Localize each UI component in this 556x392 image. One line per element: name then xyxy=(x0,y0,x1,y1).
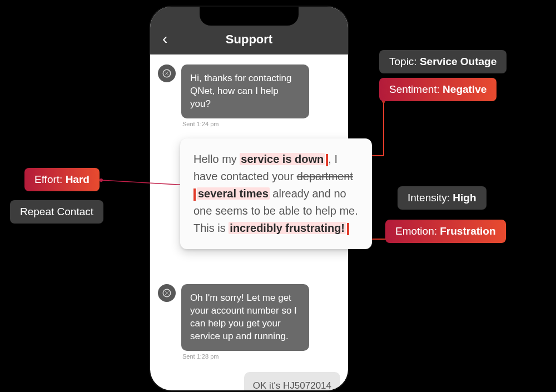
tag-label: Intensity: xyxy=(408,192,453,204)
agent-message-row: Oh I'm sorry! Let me get your account nu… xyxy=(158,284,340,351)
agent-avatar-icon xyxy=(158,284,176,302)
tag-sentiment: Sentiment: Negative xyxy=(379,78,497,101)
back-icon[interactable]: ‹ xyxy=(162,31,167,47)
struck-text: department xyxy=(297,170,353,182)
highlight-service-down: service is down xyxy=(240,153,325,165)
tag-label: Sentiment: xyxy=(389,83,443,95)
tag-intensity: Intensity: High xyxy=(398,186,487,210)
tag-label: Repeat Contact xyxy=(20,206,93,217)
message-timestamp: Sent 1:24 pm xyxy=(182,121,340,127)
user-message-bubble: OK it's HJ5072014 xyxy=(244,372,340,390)
highlight-marker-icon xyxy=(347,223,349,235)
tag-emotion: Emotion: Frustration xyxy=(385,220,506,243)
phone-notch xyxy=(200,7,299,26)
tag-topic: Topic: Service Outage xyxy=(379,50,507,73)
tag-value: Frustration xyxy=(440,225,495,237)
svg-point-3 xyxy=(100,178,103,182)
message-timestamp: Sent 1:28 pm xyxy=(182,353,340,360)
tag-value: Service Outage xyxy=(420,56,497,67)
tag-value: Negative xyxy=(443,83,487,95)
tag-value: High xyxy=(453,192,476,204)
agent-avatar-icon xyxy=(158,64,176,82)
highlighted-user-message: Hello my service is down, I have contact… xyxy=(180,138,372,249)
highlight-several-times: several times xyxy=(197,187,270,200)
highlight-frustrating: incredibly frustrating! xyxy=(229,222,346,234)
tag-effort: Effort: Hard xyxy=(24,168,100,191)
tag-label: Effort: xyxy=(34,173,66,185)
agent-message-bubble: Hi, thanks for contacting QNet, how can … xyxy=(181,64,309,118)
user-message-row: OK it's HJ5072014 xyxy=(158,372,340,390)
header-title: Support xyxy=(161,32,337,47)
highlight-marker-icon xyxy=(193,188,196,201)
msg-text: Hello my xyxy=(193,153,240,165)
tag-repeat-contact: Repeat Contact xyxy=(10,200,103,224)
tag-label: Topic: xyxy=(389,56,420,67)
agent-message-row: Hi, thanks for contacting QNet, how can … xyxy=(158,64,340,118)
tag-value: Hard xyxy=(66,173,90,185)
agent-message-bubble: Oh I'm sorry! Let me get your account nu… xyxy=(181,284,309,351)
tag-label: Emotion: xyxy=(395,225,440,237)
